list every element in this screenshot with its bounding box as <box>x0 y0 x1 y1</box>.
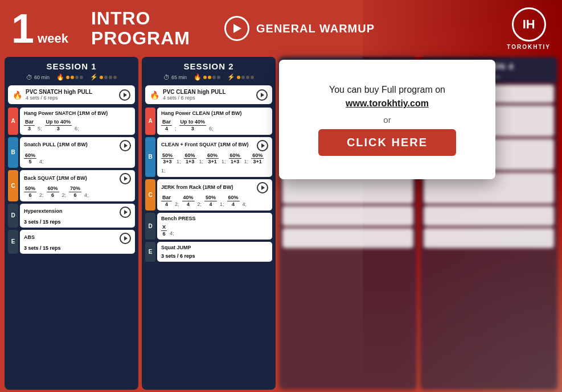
fraction-50: 50% 6 <box>24 185 36 199</box>
fraction-70: 70% 6 <box>69 185 81 199</box>
s2-exercise-letter-b: B <box>145 137 155 178</box>
program-title: INTRO PROGRAM <box>91 9 190 48</box>
exercise-a-sets: Bar 3 5; Up to 40% 3 6; <box>24 119 131 132</box>
session-1-column: SESSION 1 ⏱ 60 min 🔥 ⚡ <box>5 57 138 390</box>
warmup2-sets: 4 sets / 6 reps <box>163 95 226 101</box>
dot-2 <box>71 76 74 79</box>
s2-exercise-letter-d: D <box>145 213 155 240</box>
s2-play-c-icon <box>261 185 265 190</box>
exercise-letter-e: E <box>8 230 18 254</box>
s2-exercise-c-card: JERK from Rack (1RM of BW) Bar 4 2; 40% <box>157 179 272 211</box>
intensity-dot-row-2 <box>203 76 220 79</box>
s2-exercise-e-sets: 3 sets / 6 reps <box>161 253 268 259</box>
general-warmup[interactable]: GENERAL WARMUP <box>224 16 375 41</box>
dot-i3 <box>212 76 216 79</box>
session-2-exercise-e: E Squat JUMP 3 sets / 6 reps <box>145 242 272 262</box>
timer-icon: ⏱ <box>26 74 32 81</box>
exercise-letter-a: A <box>8 108 18 135</box>
click-here-button[interactable]: CLICK HERE <box>318 129 456 156</box>
volume-dot-row-2 <box>237 76 254 79</box>
exercise-letter-d: D <box>8 204 18 228</box>
s2-f60b: 60% 3+1 <box>206 152 219 166</box>
s2-exercise-c-header: JERK from Rack (1RM of BW) <box>161 182 268 193</box>
dot-i4 <box>217 76 220 79</box>
flame-icon-2: 🔥 <box>194 73 202 81</box>
session-2-title: SESSION 2 <box>147 61 270 71</box>
warmup2-fire-icon: 🔥 <box>150 90 159 100</box>
logo-letters: IH <box>523 17 535 32</box>
purchase-popup: You can buy Full program on www.torokhti… <box>279 60 495 179</box>
exercise-e-play[interactable] <box>120 233 131 244</box>
bolt-icon: ⚡ <box>90 73 98 81</box>
exercise-e-header: ABS <box>24 233 131 244</box>
exercise-a-card: Hang Power SNATCH (1RM of BW) Bar 3 5; U… <box>20 108 135 135</box>
warmup-exercise-name: PVC SNATCH high PULL <box>26 89 92 95</box>
play-c-icon <box>124 176 128 181</box>
exercise-b-header: Snatch PULL (1RM of BW) <box>24 140 131 151</box>
exercise-d-name: Hyperextension <box>24 208 63 214</box>
session-1-intensity-dots: 🔥 <box>56 73 83 81</box>
s2-exercise-b-sets: 50% 3+3 1; 60% 1+3 1; 60% 3+1 <box>161 152 268 175</box>
session-2-meta: ⏱ 65 min 🔥 ⚡ <box>147 73 270 81</box>
s2-c-40: 40% 4 <box>182 195 195 208</box>
exercise-letter-b: B <box>8 137 18 168</box>
warmup-left: 🔥 PVC SNATCH high PULL 4 sets / 6 reps <box>13 89 92 101</box>
exercise-d-header: Hyperextension <box>24 207 131 218</box>
s2-exercise-e-name: Squat JUMP <box>161 245 191 250</box>
s2-c-60: 60% 4 <box>227 195 240 208</box>
session-1-duration: ⏱ 60 min <box>26 74 50 81</box>
s2-exercise-letter-c: C <box>145 179 155 211</box>
play-icon <box>233 24 241 33</box>
warmup-label: GENERAL WARMUP <box>256 22 375 35</box>
session-1-exercise-c: C Back SQUAT (1RM of BW) 50% 6 2; <box>8 170 135 201</box>
dot-i1 <box>203 76 207 79</box>
week-number-group: 1 week <box>11 8 68 49</box>
session-2-exercise-b: B CLEAN + Front SQUAT (1RM of BW) 50% 3+… <box>145 137 272 178</box>
exercise-c-play[interactable] <box>120 173 131 184</box>
warmup-fire-icon: 🔥 <box>13 90 22 100</box>
dot-1 <box>66 76 69 79</box>
s2-exercise-e-header: Squat JUMP <box>161 245 268 252</box>
s2-exercise-c-play[interactable] <box>257 182 268 193</box>
s2-exercise-letter-e: E <box>145 242 155 262</box>
fraction-40: Up to 40% 3 <box>45 119 72 132</box>
s2-exercise-b-play[interactable] <box>257 140 268 151</box>
play2-small-icon <box>261 93 264 97</box>
popup-website-link[interactable]: www.torokhtiy.com <box>346 98 429 108</box>
blurred-ex-3d <box>282 206 413 226</box>
s2-fraction-40: Up to 40% 3 <box>179 119 207 132</box>
s2-f60a: 60% 1+3 <box>184 152 196 166</box>
fraction-60b: 60% 6 <box>47 185 59 199</box>
exercise-a-header: Hang Power SNATCH (1RM of BW) <box>24 110 131 118</box>
s2-exercise-d-sets: X 6 4; <box>161 224 268 237</box>
session-2-exercise-c: C JERK from Rack (1RM of BW) Bar 4 2; <box>145 179 272 211</box>
s2-c-bar: Bar 4 <box>161 195 172 208</box>
dot-v3 <box>109 76 112 79</box>
session-2-body: 🔥 PVC CLEAN high PULL 4 sets / 6 reps A … <box>142 83 276 390</box>
warmup2-exercise-name: PVC CLEAN high PULL <box>163 89 226 95</box>
warmup2-play-small[interactable] <box>256 89 268 101</box>
intensity-dot-row <box>66 76 83 79</box>
dot-v2 <box>104 76 108 79</box>
s2-play-b-icon <box>261 143 265 148</box>
blurred-ex-4e <box>424 228 555 248</box>
s2-exercise-a-name: Hang Power CLEAN (1RM of BW) <box>161 110 242 116</box>
exercise-d-sets: 3 sets / 15 reps <box>24 219 131 225</box>
exercise-b-sets: 60% 5 4; <box>24 152 131 166</box>
dot-4 <box>80 76 83 79</box>
logo-name: TOROKHTIY <box>507 44 551 50</box>
warmup-play-button[interactable] <box>224 16 249 41</box>
s2-exercise-a-sets: Bar 4 ; Up to 40% 3 6; <box>161 119 268 132</box>
s2-f50: 50% 3+3 <box>161 152 174 166</box>
bolt-icon-2: ⚡ <box>227 73 235 81</box>
header: 1 week INTRO PROGRAM GENERAL WARMUP IH T… <box>0 0 562 57</box>
exercise-b-play[interactable] <box>120 140 131 151</box>
session-1-exercise-b: B Snatch PULL (1RM of BW) 60% 5 4; <box>8 137 135 168</box>
session-2-exercise-d: D Bench PRESS X 6 4; <box>145 213 272 240</box>
exercise-d-play[interactable] <box>120 207 131 218</box>
logo-circle: IH <box>512 7 546 42</box>
s2-exercise-d-card: Bench PRESS X 6 4; <box>157 213 272 240</box>
warmup-play-small[interactable] <box>119 89 130 101</box>
s2-d-x: X 6 <box>161 224 167 237</box>
play-e-icon <box>124 236 128 241</box>
